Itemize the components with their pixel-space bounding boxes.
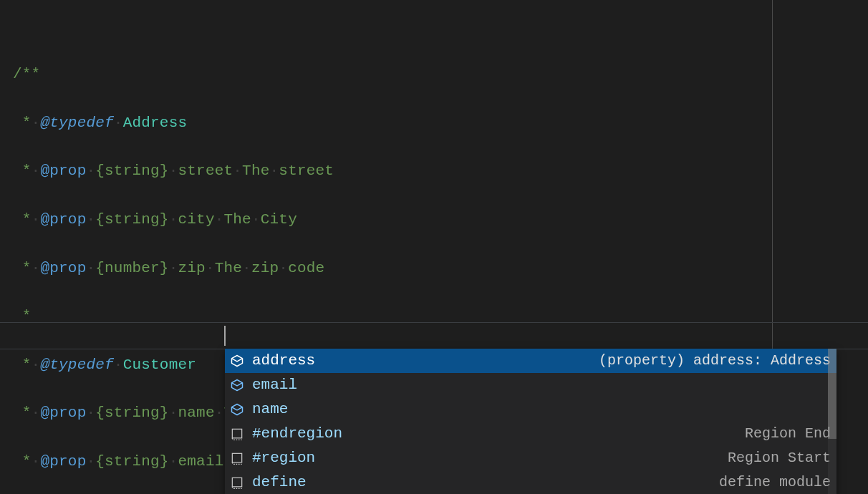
suggest-item[interactable]: name [225, 397, 836, 422]
scrollbar-thumb[interactable] [828, 349, 836, 439]
snippet-icon [229, 450, 245, 466]
suggest-item[interactable]: address(property) address: Address [225, 349, 836, 373]
scrollbar[interactable] [828, 349, 836, 494]
suggest-hint: Region Start [728, 447, 831, 470]
suggest-item[interactable]: email [225, 373, 836, 397]
suggest-label: email [252, 373, 297, 397]
code-line: *·@typedef·Address [13, 111, 868, 135]
suggest-item[interactable]: #endregionRegion End [225, 422, 836, 446]
code-line: /** [13, 62, 868, 87]
suggest-item[interactable]: #regionRegion Start [225, 446, 836, 470]
suggest-hint: (property) address: Address [599, 349, 831, 372]
snippet-icon [229, 426, 245, 442]
autocomplete-popup[interactable]: address(property) address: Address email… [225, 349, 836, 494]
code-line: *·@prop·{string}·street·The·street [13, 159, 868, 183]
suggest-label: #endregion [252, 422, 342, 446]
field-icon [229, 402, 245, 417]
svg-rect-0 [232, 429, 241, 438]
field-icon [229, 377, 245, 393]
field-icon [229, 353, 245, 369]
code-line: * [13, 304, 868, 329]
snippet-icon [229, 475, 245, 490]
suggest-label: address [252, 349, 315, 373]
suggest-label: define [252, 470, 307, 494]
suggest-label: name [252, 397, 288, 422]
suggest-hint: define module [719, 471, 831, 494]
code-line: *·@prop·{number}·zip·The·zip·code [13, 256, 868, 281]
suggest-hint: Region End [745, 422, 831, 445]
svg-rect-1 [232, 453, 241, 462]
suggest-label: #region [252, 446, 315, 470]
suggest-item[interactable]: definedefine module [225, 470, 836, 494]
code-line: *·@prop·{string}·city·The·City [13, 208, 868, 232]
svg-rect-2 [232, 478, 241, 487]
